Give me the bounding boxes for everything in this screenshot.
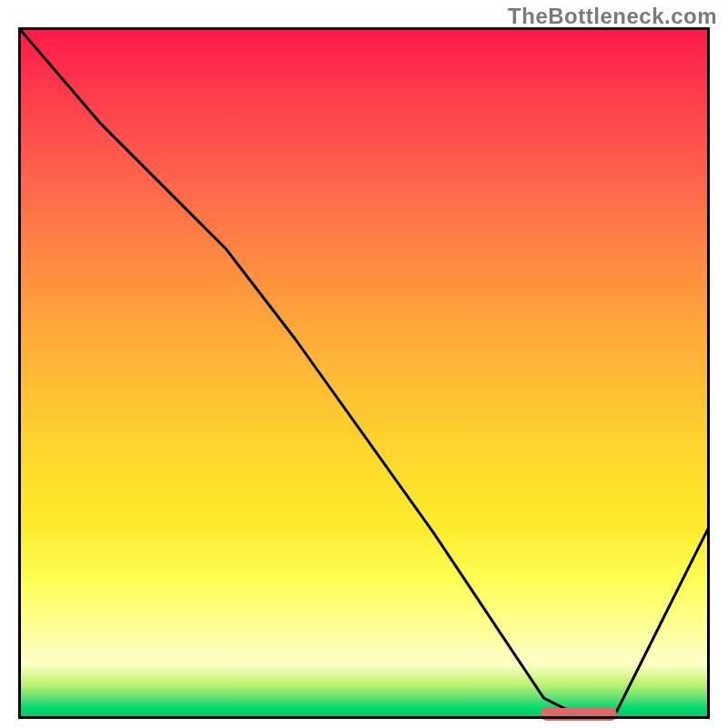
bottleneck-curve-path <box>18 27 710 719</box>
watermark-text: TheBottleneck.com <box>508 4 717 29</box>
bottleneck-curve <box>18 27 710 719</box>
chart-frame <box>18 27 710 719</box>
optimal-range-marker <box>541 708 617 721</box>
